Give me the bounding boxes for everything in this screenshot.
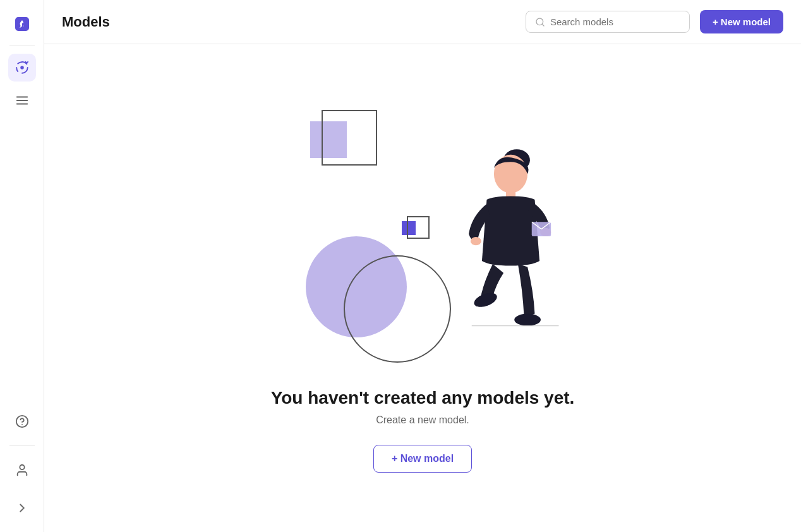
search-input[interactable] [550,16,680,27]
square-outer-outline [322,110,377,166]
square-small-outline [407,216,430,239]
app-logo [15,17,29,31]
main-area: Models + New model [44,0,801,532]
header: Models + New model [44,0,801,44]
svg-rect-0 [15,17,29,31]
sidebar-bottom [8,405,36,524]
svg-point-1 [20,66,24,70]
user-icon [15,463,29,477]
new-model-button-main[interactable]: + New model [373,445,472,473]
search-box[interactable] [526,11,690,33]
page-title: Models [62,14,515,30]
svg-point-7 [20,465,24,469]
sidebar-divider-bottom [9,445,35,446]
content-area: You haven't created any models yet. Crea… [44,44,801,532]
logo-icon[interactable] [8,10,36,38]
sidebar [0,0,44,532]
sidebar-expand-button[interactable] [8,494,36,522]
svg-point-20 [514,314,541,326]
sidebar-item-profile[interactable] [8,456,36,484]
empty-state-subtitle: Create a new model. [376,414,469,426]
empty-illustration [246,104,599,369]
sidebar-divider-top [9,45,35,46]
person-illustration [435,129,574,369]
sidebar-item-models[interactable] [8,54,36,82]
svg-line-9 [542,24,544,26]
chevron-right-icon [15,501,29,515]
empty-state-title: You haven't created any models yet. [271,388,575,408]
new-model-button-header[interactable]: + New model [700,10,783,33]
sync-icon [15,61,29,75]
help-icon [15,414,29,428]
sidebar-item-help[interactable] [8,408,36,435]
search-icon [535,17,545,27]
sidebar-item-list[interactable] [8,87,36,114]
list-icon [15,94,29,107]
svg-point-14 [471,237,481,245]
